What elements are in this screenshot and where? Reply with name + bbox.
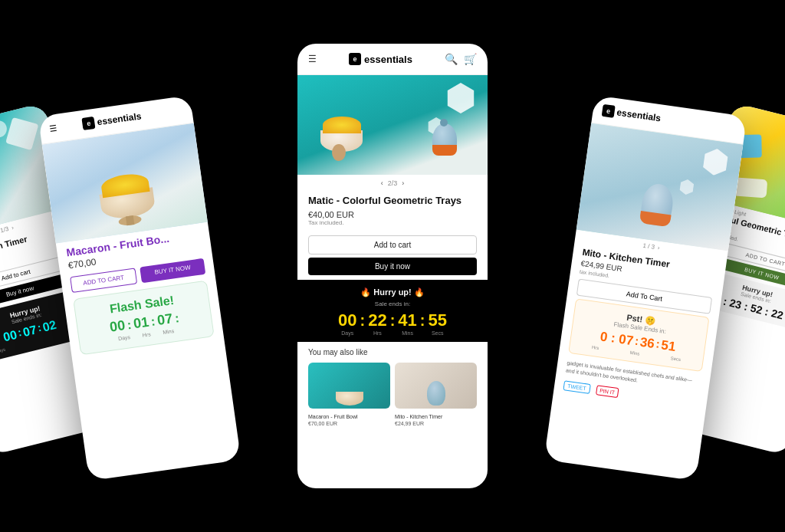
right-pst-mins: 36	[639, 335, 656, 352]
center-scroll-area: ☰ e essentials 🔍 🛒	[297, 44, 488, 488]
center-hrs-label: Hrs	[373, 330, 382, 336]
center-logo-icon: e	[349, 53, 361, 65]
center-also-like-labels: Macaron - Fruit Bowl €70,00 EUR Mito - K…	[297, 412, 488, 429]
center-mins-block: 41 Mins	[398, 312, 416, 336]
center-mins-value: 41	[398, 312, 416, 329]
left-logo-text: essentials	[97, 110, 142, 127]
right-next-arrow[interactable]: ›	[657, 245, 660, 251]
left-flash-days-label: Days	[118, 334, 131, 341]
left-add-cart-button[interactable]: ADD TO CART	[70, 268, 137, 293]
center-days-block: 00 Days	[338, 312, 356, 336]
right-page-info: 1 / 3	[642, 242, 655, 251]
right-product-image	[576, 123, 744, 251]
far-left-days: 00	[2, 328, 18, 345]
left-flash-sep-1: :	[126, 317, 133, 332]
right-pst-secs-label: Secs	[670, 356, 681, 362]
center-secs-label: Secs	[432, 330, 444, 336]
left-flash-mins: 07	[156, 310, 174, 329]
right-pst-mins-label: Mins	[629, 350, 639, 356]
left-product-image	[42, 123, 208, 244]
center-logo-text: essentials	[364, 54, 412, 65]
right-logo-text: essentials	[616, 107, 662, 123]
right-pst-secs: 51	[660, 337, 677, 354]
center-sep-2: :	[390, 312, 396, 330]
left-flash-hrs: 01	[133, 314, 150, 333]
center-buy-now-button[interactable]: Buy it now	[308, 258, 477, 275]
center-sale-ends-label: Sale ends in:	[308, 300, 477, 307]
center-sep-1: :	[360, 312, 366, 330]
right-pin-button[interactable]: PIN IT	[596, 385, 619, 398]
center-also-item-1: Macaron - Fruit Bowl €70,00 EUR	[308, 413, 390, 427]
center-also-img-2[interactable]	[395, 363, 477, 409]
center-secs-block: 55 Secs	[428, 312, 446, 336]
center-product-background	[297, 75, 488, 175]
left-hamburger-icon[interactable]: ☰	[48, 123, 57, 133]
center-add-cart-button[interactable]: Add to cart	[308, 235, 477, 255]
center-product-info: Matic - Colorful Geometric Trays €40,00 …	[297, 190, 488, 231]
left-header-spacer	[167, 110, 182, 113]
right-logo-icon: e	[602, 104, 616, 118]
left-flash-days: 00	[109, 317, 126, 336]
center-cart-icon[interactable]: 🛒	[464, 53, 477, 65]
center-header: ☰ e essentials 🔍 🛒	[297, 44, 488, 75]
center-also-like-images	[297, 360, 488, 412]
scene: ‹1/3› Mito - Kitchen Timer €24,99 EUR ta…	[0, 0, 785, 532]
right-tweet-button[interactable]: TWEET	[563, 380, 590, 394]
center-product-image	[297, 75, 488, 175]
center-countdown-banner: 🔥 Hurry up! 🔥 Sale ends in: 00 Days : 22…	[297, 280, 488, 342]
center-next-arrow[interactable]: ›	[402, 179, 404, 187]
far-left-secs: 02	[41, 318, 58, 335]
center-also-img-1[interactable]	[308, 363, 390, 409]
center-hrs-value: 22	[368, 312, 386, 329]
center-hurry-title: 🔥 Hurry up! 🔥	[308, 287, 477, 297]
center-also-like-title: You may also like	[297, 342, 488, 360]
right-pst-hrs-label: Hrs	[592, 345, 599, 350]
center-prev-arrow[interactable]: ‹	[381, 179, 383, 187]
left-logo-icon: e	[82, 117, 96, 130]
right-logo: e essentials	[602, 104, 662, 125]
center-logo: e essentials	[349, 53, 412, 65]
left-flash-sep-2: :	[150, 314, 156, 329]
center-hamburger-icon[interactable]: ☰	[308, 54, 317, 64]
center-page-info: 2/3	[388, 179, 398, 187]
phone-center: ☰ e essentials 🔍 🛒	[297, 44, 488, 488]
center-sep-3: :	[420, 312, 425, 330]
center-product-title: Matic - Colorful Geometric Trays	[308, 195, 477, 208]
center-product-price: €40,00 EUR	[308, 210, 477, 219]
left-flash-mins-label: Mins	[163, 328, 175, 335]
center-search-icon[interactable]: 🔍	[445, 53, 458, 65]
center-secs-value: 55	[428, 312, 446, 329]
center-countdown-numbers: 00 Days : 22 Hrs : 41 Mins : 55	[308, 312, 477, 336]
center-days-value: 00	[338, 312, 356, 329]
left-buy-now-button[interactable]: BUY IT NOW	[140, 258, 205, 283]
center-pagination: ‹ 2/3 ›	[297, 175, 488, 190]
center-also-item-2: Mito - Kitchen Timer €24,99 EUR	[395, 413, 477, 427]
center-hrs-block: 22 Hrs	[368, 312, 386, 336]
center-header-icons: 🔍 🛒	[445, 53, 477, 65]
left-flash-hrs-label: Hrs	[142, 331, 151, 337]
center-days-label: Days	[341, 330, 353, 336]
left-flash-sep-3: :	[174, 311, 180, 326]
center-mins-label: Mins	[402, 330, 413, 336]
far-left-mins: 07	[21, 323, 38, 340]
center-tax-note: Tax included.	[308, 219, 477, 226]
